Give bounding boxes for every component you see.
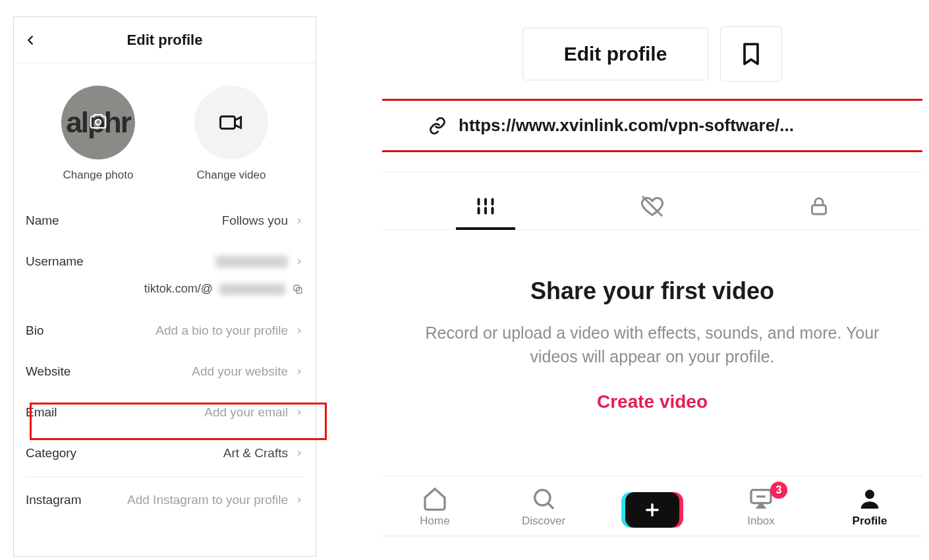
category-row[interactable]: Category Art & Crafts <box>14 433 316 474</box>
profile-icon <box>857 486 883 512</box>
back-button[interactable] <box>23 33 38 50</box>
category-label: Category <box>26 446 76 461</box>
chevron-right-icon <box>295 216 304 225</box>
edit-profile-header: Edit profile <box>14 17 316 63</box>
email-row[interactable]: Email Add your email <box>14 392 316 433</box>
camera-icon <box>87 111 109 134</box>
create-button[interactable] <box>625 492 679 528</box>
edit-profile-button[interactable]: Edit profile <box>522 28 709 80</box>
chevron-right-icon <box>295 257 304 266</box>
plus-icon <box>643 501 662 519</box>
tab-liked[interactable] <box>569 183 735 229</box>
nav-create[interactable] <box>613 492 692 528</box>
nav-discover[interactable]: Discover <box>504 486 583 528</box>
svg-rect-12 <box>812 206 826 215</box>
page-title: Edit profile <box>127 32 203 49</box>
svg-line-14 <box>548 503 553 508</box>
tab-private[interactable] <box>736 183 903 229</box>
create-video-button[interactable]: Create video <box>411 391 893 412</box>
chevron-right-icon <box>295 367 304 376</box>
feed-grid-icon <box>474 194 497 218</box>
video-placeholder <box>194 86 268 159</box>
profile-url-prefix: tiktok.com/@ <box>144 282 213 296</box>
username-label: Username <box>26 254 84 269</box>
copy-icon[interactable] <box>292 283 304 295</box>
name-label: Name <box>26 213 59 228</box>
home-icon <box>422 486 448 512</box>
bottom-nav: Home Discover 3 Inbox Profile <box>382 476 922 536</box>
website-placeholder: Add your website <box>192 364 288 379</box>
email-placeholder: Add your email <box>204 405 288 420</box>
nav-inbox[interactable]: 3 Inbox <box>721 486 801 528</box>
link-icon <box>428 117 447 135</box>
profile-tabs <box>382 172 922 230</box>
empty-state-title: Share your first video <box>411 277 893 305</box>
chevron-right-icon <box>295 495 304 505</box>
inbox-badge: 3 <box>770 482 787 499</box>
change-video-label: Change video <box>197 169 266 182</box>
change-photo-block[interactable]: alphr Change photo <box>61 86 135 182</box>
name-value: Follows you <box>222 213 288 228</box>
instagram-label: Instagram <box>26 493 81 507</box>
username-row[interactable]: Username <box>14 241 316 282</box>
profile-url-row[interactable]: tiktok.com/@ <box>14 282 316 310</box>
svg-point-0 <box>96 119 101 125</box>
chevron-right-icon <box>295 408 304 417</box>
lock-icon <box>807 194 831 218</box>
website-row[interactable]: Website Add your website <box>14 351 316 392</box>
instagram-row[interactable]: Instagram Add Instagram to your profile <box>14 480 316 520</box>
bookmark-button[interactable] <box>720 26 782 82</box>
bio-link-row[interactable]: https://www.xvinlink.com/vpn-software/..… <box>382 101 922 150</box>
svg-rect-1 <box>221 117 235 128</box>
profile-actions: Edit profile <box>382 26 922 82</box>
nav-home-label: Home <box>420 515 449 528</box>
highlight-line-bottom <box>382 150 922 152</box>
svg-point-19 <box>865 490 874 499</box>
profile-preview-panel: Edit profile https://www.xvinlink.com/vp… <box>382 26 922 536</box>
name-row[interactable]: Name Follows you <box>14 200 316 241</box>
bio-link-url: https://www.xvinlink.com/vpn-software/..… <box>459 115 794 136</box>
bookmark-icon <box>738 40 764 69</box>
edit-profile-panel: Edit profile alphr Change photo Change v… <box>13 16 316 557</box>
chevron-left-icon <box>23 33 38 47</box>
nav-profile-label: Profile <box>853 515 887 528</box>
tab-feed[interactable] <box>402 183 569 229</box>
bio-label: Bio <box>26 323 43 338</box>
email-label: Email <box>26 405 57 420</box>
username-value-blurred <box>215 256 288 267</box>
category-value: Art & Crafts <box>223 446 288 461</box>
profile-url-handle-blurred <box>219 283 285 295</box>
change-photo-label: Change photo <box>63 169 134 182</box>
bio-row[interactable]: Bio Add a bio to your profile <box>14 310 316 351</box>
profile-fields: Name Follows you Username tiktok.com/@ B… <box>14 200 316 520</box>
search-icon <box>530 486 557 512</box>
chevron-right-icon <box>295 326 304 335</box>
svg-point-13 <box>535 490 550 505</box>
media-section: alphr Change photo Change video <box>14 63 316 188</box>
heart-hidden-icon <box>639 193 665 219</box>
chevron-right-icon <box>295 449 304 458</box>
website-label: Website <box>26 364 70 379</box>
divider <box>26 476 304 477</box>
avatar: alphr <box>61 86 135 159</box>
svg-marker-2 <box>235 117 241 128</box>
empty-state: Share your first video Record or upload … <box>382 230 922 439</box>
nav-inbox-label: Inbox <box>747 515 775 528</box>
empty-state-desc: Record or upload a video with effects, s… <box>411 321 893 369</box>
instagram-placeholder: Add Instagram to your profile <box>127 493 288 507</box>
video-camera-icon <box>217 108 246 137</box>
change-video-block[interactable]: Change video <box>194 86 268 182</box>
nav-home[interactable]: Home <box>395 486 474 528</box>
nav-discover-label: Discover <box>522 515 565 528</box>
bio-placeholder: Add a bio to your profile <box>155 323 288 338</box>
nav-profile[interactable]: Profile <box>830 486 909 528</box>
